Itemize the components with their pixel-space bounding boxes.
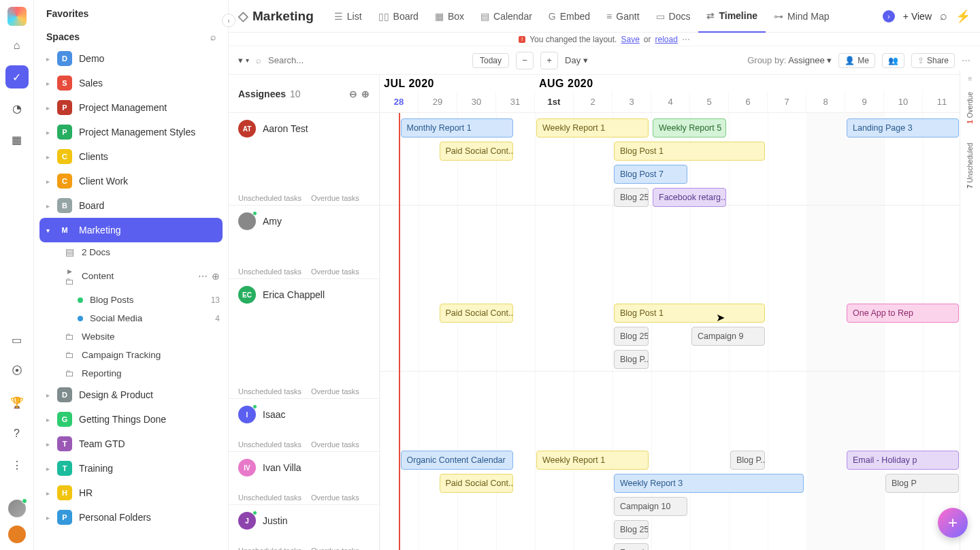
notifications-icon[interactable]: ◔ bbox=[5, 97, 29, 120]
overdue-link[interactable]: Overdue tasks bbox=[311, 268, 359, 276]
favorites-header[interactable]: Favorites bbox=[34, 0, 228, 23]
task-bar[interactable]: Blog 25 bbox=[614, 327, 649, 346]
search-input[interactable] bbox=[268, 55, 363, 65]
tasks-icon[interactable]: ✓ bbox=[5, 65, 29, 88]
task-bar[interactable]: Blog 25 bbox=[614, 188, 649, 207]
sidebar-space-design-&-product[interactable]: ▸DDesign & Product bbox=[34, 383, 228, 407]
task-bar[interactable]: Blog Post 1 bbox=[614, 304, 765, 323]
view-settings-icon[interactable]: ⋯ bbox=[962, 55, 970, 65]
unscheduled-link[interactable]: Unscheduled tasks bbox=[238, 440, 301, 449]
timeline-grid[interactable]: JUL 2020 AUG 2020 282930311st23456789101… bbox=[380, 75, 980, 550]
search-icon[interactable]: ⌕ bbox=[940, 9, 947, 23]
unscheduled-link[interactable]: Unscheduled tasks bbox=[238, 494, 301, 502]
day-cell[interactable]: 3 bbox=[612, 91, 651, 112]
overdue-link[interactable]: Overdue tasks bbox=[311, 547, 359, 550]
assignee-avatar[interactable]: AT bbox=[238, 120, 256, 138]
sidebar-space-getting-things-done[interactable]: ▸GGetting Things Done bbox=[34, 407, 228, 432]
share-button[interactable]: ⇪Share bbox=[911, 53, 955, 68]
sidebar-space-marketing[interactable]: ▾MMarketing bbox=[39, 218, 223, 242]
banner-save-link[interactable]: Save bbox=[621, 35, 639, 44]
unscheduled-link[interactable]: Unscheduled tasks bbox=[238, 194, 301, 202]
day-cell[interactable]: 10 bbox=[884, 91, 923, 112]
task-bar[interactable]: Weekly Report 3 bbox=[614, 474, 804, 493]
space-title[interactable]: ◇Marketing bbox=[238, 8, 314, 24]
banner-reload-link[interactable]: reload bbox=[655, 35, 678, 44]
sidebar-space-personal-folders[interactable]: ▸PPersonal Folders bbox=[34, 505, 228, 530]
assignee-filter-button[interactable]: 👥 bbox=[882, 53, 904, 68]
sidebar-list-blog-posts[interactable]: Blog Posts13 bbox=[34, 291, 228, 309]
tab-docs[interactable]: ▭Docs bbox=[648, 0, 699, 33]
add-view-button[interactable]: + View bbox=[903, 11, 932, 22]
day-cell[interactable]: 7 bbox=[768, 91, 806, 112]
assignee-avatar[interactable] bbox=[238, 212, 256, 230]
sidebar-folder-content[interactable]: ▸ 🗀Content⋯⊕ bbox=[34, 261, 228, 291]
sidebar-space-board[interactable]: ▸BBoard bbox=[34, 193, 228, 218]
create-task-fab[interactable]: + bbox=[938, 508, 968, 538]
automation-icon[interactable]: ⚡ bbox=[956, 9, 970, 24]
home-icon[interactable]: ⌂ bbox=[5, 34, 29, 57]
task-bar[interactable]: One App to Rep bbox=[847, 304, 959, 323]
overdue-panel-toggle[interactable]: 1 Overdue bbox=[966, 82, 974, 133]
sidebar-space-client-work[interactable]: ▸CClient Work bbox=[34, 169, 228, 193]
goals-icon[interactable]: 🏆 bbox=[5, 391, 29, 414]
unscheduled-link[interactable]: Unscheduled tasks bbox=[238, 268, 301, 276]
timeline-row[interactable]: Organic Content CalendarWeekly Report 1B… bbox=[380, 445, 980, 550]
task-bar[interactable]: Organic Content Calendar bbox=[401, 451, 513, 470]
overdue-link[interactable]: Overdue tasks bbox=[311, 194, 359, 202]
task-bar[interactable]: Blog P... bbox=[614, 350, 649, 369]
folder-more-icon[interactable]: ⋯ bbox=[198, 271, 208, 282]
sidebar-docs[interactable]: ▤2 Docs bbox=[34, 242, 228, 261]
today-button[interactable]: Today bbox=[472, 53, 509, 68]
folder-add-icon[interactable]: ⊕ bbox=[212, 271, 220, 282]
expand-down-icon[interactable]: ⊕ bbox=[361, 88, 370, 99]
task-bar[interactable]: Campaign 9 bbox=[691, 327, 765, 346]
tab-calendar[interactable]: ▤Calendar bbox=[472, 0, 540, 33]
sidebar-space-sales[interactable]: ▸SSales bbox=[34, 71, 228, 95]
task-bar[interactable]: Paid Social Cont... bbox=[440, 304, 513, 323]
spaces-header[interactable]: Spaces ⌕ bbox=[34, 23, 228, 46]
zoom-out-button[interactable]: − bbox=[516, 52, 534, 69]
tab-list[interactable]: ☰List bbox=[326, 0, 370, 33]
unscheduled-link[interactable]: Unscheduled tasks bbox=[238, 387, 301, 395]
collapse-up-icon[interactable]: ⊖ bbox=[349, 88, 357, 99]
help-icon[interactable]: ? bbox=[5, 422, 29, 445]
sidebar-folder-campaign[interactable]: 🗀Campaign Tracking bbox=[34, 346, 228, 364]
assignee-avatar[interactable]: IV bbox=[238, 459, 256, 476]
right-rail-toggle-icon[interactable]: ≡ bbox=[968, 71, 973, 82]
tab-timeline[interactable]: ⇄Timeline bbox=[698, 0, 766, 33]
unscheduled-panel-toggle[interactable]: 7 Unscheduled bbox=[966, 133, 974, 198]
sidebar-space-training[interactable]: ▸TTraining bbox=[34, 456, 228, 481]
task-bar[interactable]: Weekly Report 5 bbox=[653, 118, 726, 138]
timeline-row[interactable]: Paid Social Cont...Blog Post 1One App to… bbox=[380, 298, 980, 372]
banner-more-icon[interactable]: ⋯ bbox=[682, 35, 690, 44]
day-cell[interactable]: 8 bbox=[806, 91, 845, 112]
zoom-in-button[interactable]: + bbox=[540, 52, 558, 69]
user-avatar-1[interactable] bbox=[8, 500, 26, 517]
task-bar[interactable]: Monthly Report 1 bbox=[401, 118, 513, 138]
day-cell[interactable]: 9 bbox=[845, 91, 884, 112]
day-cell[interactable]: 5 bbox=[690, 91, 729, 112]
sidebar-folder-website[interactable]: 🗀Website bbox=[34, 327, 228, 346]
assignee-avatar[interactable]: J bbox=[238, 512, 256, 530]
day-cell[interactable]: 30 bbox=[457, 91, 496, 112]
day-cell[interactable]: 29 bbox=[419, 91, 457, 112]
day-cell[interactable]: 1st bbox=[535, 91, 574, 112]
task-bar[interactable]: Blog 25 bbox=[614, 520, 649, 539]
task-bar[interactable]: Facebook retarg... bbox=[653, 188, 726, 207]
next-tab-icon[interactable]: › bbox=[883, 10, 895, 22]
tab-box[interactable]: ▦Box bbox=[427, 0, 472, 33]
day-cell[interactable]: 11 bbox=[923, 91, 962, 112]
sidebar-folder-reporting[interactable]: 🗀Reporting bbox=[34, 364, 228, 383]
overdue-link[interactable]: Overdue tasks bbox=[311, 440, 359, 449]
dashboards-icon[interactable]: ▦ bbox=[5, 128, 29, 151]
tab-mind-map[interactable]: ⊶Mind Map bbox=[766, 0, 837, 33]
assignee-avatar[interactable]: I bbox=[238, 406, 256, 423]
tab-embed[interactable]: GEmbed bbox=[540, 0, 598, 33]
sidebar-space-demo[interactable]: ▸DDemo bbox=[34, 46, 228, 71]
sidebar-space-project-management-styles[interactable]: ▸PProject Management Styles bbox=[34, 120, 228, 144]
task-bar[interactable]: Paid Social Cont... bbox=[440, 474, 513, 493]
filter-button[interactable]: ▾▾ bbox=[238, 55, 249, 65]
day-cell[interactable]: 31 bbox=[496, 91, 535, 112]
task-bar[interactable]: Landing Page 3 bbox=[847, 118, 959, 138]
pulse-icon[interactable]: ⦿ bbox=[5, 359, 29, 383]
